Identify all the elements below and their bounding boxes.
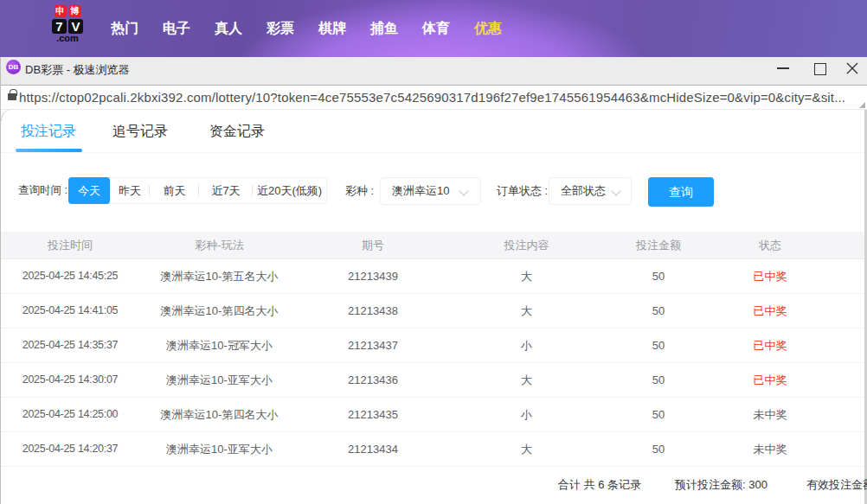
- logo-com-text: .com: [51, 34, 84, 43]
- browser-favicon: DB: [6, 60, 21, 74]
- cell-status: 已中奖: [710, 329, 830, 362]
- browser-urlbar[interactable]: https://ctop02pcali.2kbxi392.com/lottery…: [0, 85, 867, 110]
- cell-time: 2025-04-25 14:35:37: [1, 329, 139, 362]
- cell-time: 2025-04-25 14:41:05: [1, 294, 139, 328]
- order-status-value: 全部状态: [561, 178, 606, 204]
- table-row: 2025-04-25 14:25:00澳洲幸运10-第四名大小21213435小…: [1, 398, 864, 432]
- summary-expected: 预计投注金额: 300: [675, 477, 767, 493]
- browser-titlebar: DB DB彩票 - 极速浏览器: [0, 57, 867, 85]
- logo-tile-bo: 博: [69, 5, 81, 17]
- cell-content: 小: [446, 398, 607, 431]
- resize-grip-icon: [859, 102, 865, 108]
- lottery-type-value: 澳洲幸运10: [392, 178, 449, 204]
- nav-item-1[interactable]: 电子: [163, 20, 190, 38]
- time-option-3[interactable]: 近7天: [199, 178, 253, 203]
- site-navbar: 申 博 7 V .com 热门电子真人彩票棋牌捕鱼体育优惠: [0, 0, 867, 57]
- cell-status: 已中奖: [710, 259, 830, 293]
- logo-tile-v: V: [68, 19, 83, 34]
- nav-item-7[interactable]: 优惠: [474, 20, 502, 38]
- cell-game: 澳洲幸运10-亚军大小: [139, 363, 299, 397]
- col-header-3: 投注内容: [446, 232, 607, 258]
- cell-status: 未中奖: [710, 398, 830, 431]
- summary-valid: 有效投注金额: 300: [806, 477, 867, 493]
- cell-status: 未中奖: [710, 432, 830, 466]
- lottery-type-label: 彩种 :: [345, 177, 374, 204]
- table-row: 2025-04-25 14:30:07澳洲幸运10-亚军大小21213436大5…: [1, 363, 864, 398]
- logo-tile-shen: 申: [55, 5, 67, 17]
- cell-amount: 50: [607, 363, 710, 397]
- cell-amount: 50: [607, 294, 710, 328]
- cell-time: 2025-04-25 14:45:25: [1, 259, 139, 293]
- cell-content: 大: [446, 363, 607, 397]
- nav-item-4[interactable]: 棋牌: [318, 20, 346, 38]
- page-content: 投注记录 追号记录 资金记录 查询时间 : 今天昨天前天近7天近20天(低频) …: [1, 110, 864, 504]
- time-option-4[interactable]: 近20天(低频): [253, 178, 326, 203]
- tab-bet-records[interactable]: 投注记录: [21, 123, 76, 141]
- time-range-group: 今天昨天前天近7天近20天(低频): [68, 177, 327, 204]
- cell-amount: 50: [607, 398, 710, 431]
- nav-item-6[interactable]: 体育: [422, 20, 450, 38]
- nav-item-5[interactable]: 捕鱼: [370, 20, 398, 38]
- cell-content: 大: [446, 294, 607, 328]
- cell-issue: 21213436: [299, 363, 446, 397]
- table-row: 2025-04-25 14:41:05澳洲幸运10-第四名大小21213438大…: [1, 294, 864, 329]
- table-row: 2025-04-25 14:35:37澳洲幸运10-冠军大小21213437小5…: [1, 329, 864, 363]
- tab-chase-records[interactable]: 追号记录: [112, 123, 168, 141]
- cell-content: 小: [446, 329, 607, 362]
- minimize-button[interactable]: [772, 57, 794, 85]
- cell-game: 澳洲幸运10-第四名大小: [139, 294, 299, 328]
- maximize-button[interactable]: [808, 57, 831, 85]
- cell-game: 澳洲幸运10-第四名大小: [139, 398, 299, 431]
- cell-amount: 50: [607, 259, 710, 293]
- col-header-1: 彩种-玩法: [139, 232, 299, 258]
- cell-issue: 21213434: [299, 432, 446, 466]
- cell-issue: 21213438: [299, 294, 446, 328]
- cell-time: 2025-04-25 14:30:07: [1, 363, 139, 397]
- cell-game: 澳洲幸运10-第五名大小: [139, 259, 299, 293]
- content-top-border: [13, 109, 864, 110]
- summary-total: 合计 共 6 条记录: [558, 477, 641, 493]
- cell-game: 澳洲幸运10-冠军大小: [139, 329, 299, 362]
- nav-item-2[interactable]: 真人: [215, 20, 242, 38]
- cell-game: 澳洲幸运10-亚军大小: [139, 432, 299, 466]
- cell-issue: 21213439: [299, 259, 446, 293]
- col-header-5: 状态: [710, 232, 830, 258]
- col-header-2: 期号: [299, 232, 446, 258]
- tabs-bottom-border: [1, 152, 864, 153]
- time-option-1[interactable]: 昨天: [110, 178, 150, 203]
- cell-issue: 21213435: [299, 398, 446, 431]
- logo-tile-7: 7: [52, 19, 67, 34]
- cell-issue: 21213437: [299, 329, 446, 362]
- url-text[interactable]: https://ctop02pcali.2kbxi392.com/lottery…: [19, 86, 858, 109]
- lottery-type-select[interactable]: 澳洲幸运10: [380, 177, 481, 205]
- browser-window-title: DB彩票 - 极速浏览器: [25, 57, 130, 85]
- table-row: 2025-04-25 14:20:37澳洲幸运10-亚军大小21213434大5…: [1, 432, 864, 467]
- order-status-label: 订单状态 :: [497, 177, 548, 204]
- cell-status: 已中奖: [710, 363, 830, 397]
- cell-content: 大: [446, 259, 607, 293]
- table-row: 2025-04-25 14:45:25澳洲幸运10-第五名大小21213439大…: [1, 259, 864, 294]
- site-logo[interactable]: 申 博 7 V .com: [51, 5, 84, 43]
- chevron-down-icon: [611, 186, 620, 195]
- nav-item-3[interactable]: 彩票: [267, 20, 294, 38]
- time-option-0[interactable]: 今天: [68, 177, 110, 204]
- col-header-4: 投注金额: [607, 232, 710, 258]
- cell-amount: 50: [607, 432, 710, 466]
- cell-status: 已中奖: [710, 294, 830, 328]
- lock-icon: [8, 93, 16, 100]
- time-option-2[interactable]: 前天: [150, 178, 199, 203]
- nav-item-0[interactable]: 热门: [111, 20, 138, 38]
- query-button[interactable]: 查询: [648, 177, 714, 207]
- order-status-select[interactable]: 全部状态: [549, 177, 632, 205]
- table-header: 投注时间彩种-玩法期号投注内容投注金额状态: [1, 232, 864, 259]
- cell-content: 大: [446, 432, 607, 466]
- tab-fund-records[interactable]: 资金记录: [209, 123, 265, 141]
- cell-amount: 50: [607, 329, 710, 362]
- query-time-label: 查询时间 :: [18, 177, 67, 204]
- chevron-down-icon: [459, 186, 468, 195]
- col-header-0: 投注时间: [1, 232, 139, 258]
- close-button[interactable]: [841, 57, 864, 85]
- cell-time: 2025-04-25 14:20:37: [1, 432, 139, 466]
- content-corner: [1, 109, 13, 121]
- cell-time: 2025-04-25 14:25:00: [1, 398, 139, 431]
